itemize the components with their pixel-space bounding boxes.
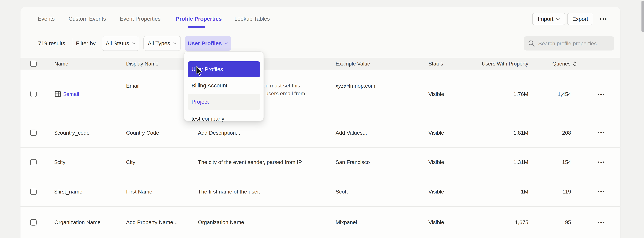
tab-profile-properties[interactable]: Profile Properties (176, 13, 222, 24)
table-row: $city City The city of the event sender,… (20, 148, 620, 177)
more-icon: ••• (598, 130, 605, 135)
more-icon: ••• (598, 92, 605, 97)
display-name-cell[interactable]: Add Property Name... (126, 207, 178, 238)
property-name-link[interactable]: $first_name (54, 177, 82, 206)
example-value-cell[interactable]: Scott (336, 177, 348, 206)
status-cell: Visible (428, 90, 444, 99)
column-header-display-name[interactable]: Display Name (126, 58, 158, 70)
queries-cell: 119 (562, 177, 571, 206)
results-count: 719 results (38, 36, 65, 51)
dropdown-item-test-company[interactable]: test company (188, 111, 260, 126)
column-header-queries[interactable]: Queries (552, 58, 577, 70)
description-cell[interactable]: The city of the event sender, parsed fro… (198, 148, 303, 177)
display-name-cell[interactable]: First Name (126, 177, 152, 206)
select-all-checkbox[interactable] (30, 61, 36, 67)
more-icon: ••• (598, 189, 605, 194)
import-button[interactable]: Import (532, 13, 565, 25)
tab-bar: Events Custom Events Event Properties Pr… (20, 7, 620, 29)
profile-properties-card: Events Custom Events Event Properties Pr… (20, 7, 620, 238)
search-icon (528, 40, 535, 47)
example-value-cell[interactable]: Mixpanel (336, 207, 357, 238)
entity-dropdown-menu: User Profiles Billing Account Project te… (184, 52, 264, 121)
example-value-cell[interactable]: xyz@lmnop.com (336, 81, 375, 90)
more-icon: ••• (598, 160, 605, 165)
row-checkbox[interactable] (30, 219, 36, 225)
users-with-property-cell: 1M (521, 177, 528, 206)
type-filter-button[interactable]: All Types (144, 36, 181, 51)
row-menu-button[interactable]: ••• (595, 90, 608, 99)
row-menu-button[interactable]: ••• (595, 118, 608, 147)
type-filter-label: All Types (148, 40, 170, 47)
table-row: $country_code Country Code Add Descripti… (20, 118, 620, 148)
filter-by-label: Filter by (76, 36, 96, 51)
row-checkbox[interactable] (30, 189, 36, 195)
import-button-label: Import (538, 16, 553, 22)
column-header-example-value[interactable]: Example Value (336, 58, 370, 70)
queries-cell: 1,454 (558, 90, 571, 99)
tab-custom-events[interactable]: Custom Events (68, 13, 106, 24)
property-name-link[interactable]: $email (63, 90, 79, 99)
description-cell-line1: ou must set this (262, 81, 300, 90)
dropdown-item-billing-account[interactable]: Billing Account (188, 78, 260, 93)
users-with-property-cell: 1.76M (514, 90, 528, 99)
tab-events[interactable]: Events (38, 13, 55, 24)
more-icon: ••• (600, 16, 608, 22)
entity-filter-label: User Profiles (188, 40, 222, 47)
status-cell: Visible (428, 207, 444, 238)
grid-icon (54, 91, 61, 98)
tab-event-properties[interactable]: Event Properties (120, 13, 160, 24)
chevron-down-icon (132, 42, 136, 45)
table-header-row: Name Display Name Example Value Status U… (20, 58, 620, 70)
tab-lookup-tables[interactable]: Lookup Tables (234, 13, 270, 24)
export-button-label: Export (572, 16, 588, 22)
column-header-status[interactable]: Status (428, 58, 443, 70)
scrollbar-thumb[interactable] (642, 1, 644, 32)
dropdown-item-user-profiles[interactable]: User Profiles (188, 61, 260, 77)
row-checkbox[interactable] (30, 91, 36, 97)
search-input[interactable] (538, 40, 610, 47)
toolbar-divider (73, 38, 73, 48)
row-menu-button[interactable]: ••• (595, 207, 608, 238)
table-row: $email Email ou must set this d users em… (20, 70, 620, 118)
queries-cell: 95 (565, 207, 571, 238)
queries-cell: 154 (562, 148, 571, 177)
page-scrollbar (641, 0, 644, 238)
users-with-property-cell: 1.31M (514, 148, 528, 177)
display-name-cell[interactable]: City (126, 148, 136, 177)
row-checkbox[interactable] (30, 159, 36, 165)
dropdown-item-project[interactable]: Project (188, 94, 260, 110)
queries-cell: 208 (562, 118, 571, 147)
display-name-cell[interactable]: Email (126, 81, 140, 90)
display-name-cell[interactable]: Country Code (126, 118, 159, 147)
export-button[interactable]: Export (567, 13, 593, 25)
status-cell: Visible (428, 118, 444, 147)
active-tab-underline (188, 26, 205, 28)
property-name-link[interactable]: Organization Name (54, 207, 100, 238)
property-name-link[interactable]: $country_code (54, 118, 90, 147)
row-menu-button[interactable]: ••• (595, 148, 608, 177)
property-name-link[interactable]: $city (54, 148, 66, 177)
sort-icon[interactable] (573, 61, 577, 67)
more-icon: ••• (598, 220, 605, 225)
description-cell[interactable]: Organization Name (198, 207, 244, 238)
search-box (524, 36, 614, 51)
chevron-down-icon (224, 42, 228, 45)
row-menu-button[interactable]: ••• (595, 177, 608, 206)
more-actions-button[interactable]: ••• (597, 13, 610, 25)
column-header-users-with-property[interactable]: Users With Property (482, 58, 528, 70)
entity-filter-button[interactable]: User Profiles (185, 36, 231, 51)
column-header-queries-label: Queries (552, 61, 570, 67)
status-filter-button[interactable]: All Status (102, 36, 139, 51)
row-checkbox[interactable] (30, 130, 36, 136)
description-cell[interactable]: The first name of the user. (198, 177, 260, 206)
table-row: $first_name First Name The first name of… (20, 177, 620, 207)
example-value-cell[interactable]: San Francisco (336, 148, 370, 177)
chevron-down-icon (556, 18, 560, 20)
users-with-property-cell: 1.81M (514, 118, 528, 147)
example-value-cell[interactable]: Add Values... (336, 118, 367, 147)
status-cell: Visible (428, 148, 444, 177)
column-header-name[interactable]: Name (54, 58, 68, 70)
table-row: Organization Name Add Property Name... O… (20, 207, 620, 238)
users-with-property-cell: 1,675 (515, 207, 528, 238)
chevron-down-icon (173, 42, 176, 45)
